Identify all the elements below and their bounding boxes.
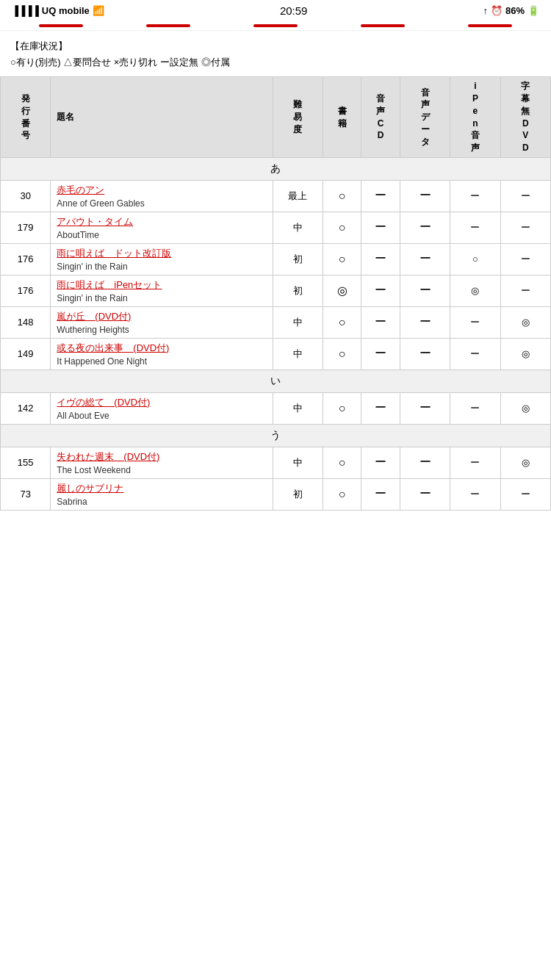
- cell-ipen: ー: [450, 338, 500, 370]
- cell-title[interactable]: アバウト・タイムAboutTime: [51, 212, 273, 243]
- cell-diff: 中: [273, 447, 323, 478]
- cell-cd: ー: [361, 306, 400, 338]
- table-row: 179アバウト・タイムAboutTime中○ーーーー: [1, 212, 551, 243]
- cell-num: 73: [1, 478, 51, 510]
- table-row: 30赤毛のアンAnne of Green Gables最上○ーーーー: [1, 180, 551, 212]
- table-row: 142イヴの総て (DVD付)All About Eve中○ーーー◎: [1, 392, 551, 424]
- table-row: 176雨に唄えば iPenセットSingin' in the Rain初◎ーー◎…: [1, 275, 551, 306]
- cell-ipen: ー: [450, 306, 500, 338]
- cell-book: ◎: [323, 275, 361, 306]
- cell-book: ○: [323, 338, 361, 370]
- info-title: 【在庫状況】: [10, 38, 541, 54]
- title-link-jp[interactable]: 雨に唄えば ドット改訂版: [57, 247, 270, 260]
- cell-num: 148: [1, 306, 51, 338]
- header-book: 書籍: [323, 77, 361, 158]
- alarm-icon: ⏰: [491, 5, 503, 16]
- cell-data: ー: [400, 392, 450, 424]
- cell-ipen: ー: [450, 478, 500, 510]
- cell-title[interactable]: 或る夜の出来事 (DVD付)It Happened One Night: [51, 338, 273, 370]
- cell-diff: 中: [273, 212, 323, 243]
- nav-dot-4[interactable]: [361, 24, 405, 27]
- title-link-jp[interactable]: アバウト・タイム: [57, 215, 270, 228]
- cell-dvd: ー: [500, 275, 550, 306]
- status-right: ↑ ⏰ 86% 🔋: [483, 5, 539, 16]
- header-dvd: 字幕無DVD: [500, 77, 550, 158]
- title-en: Singin' in the Rain: [57, 293, 270, 303]
- cell-title[interactable]: 雨に唄えば iPenセットSingin' in the Rain: [51, 275, 273, 306]
- carrier-label: UQ mobile: [42, 5, 90, 16]
- battery-label: 86%: [505, 5, 525, 16]
- cell-num: 176: [1, 275, 51, 306]
- status-left: ▐▐▐▐ UQ mobile 📶: [12, 5, 104, 16]
- title-link-jp[interactable]: 雨に唄えば iPenセット: [57, 278, 270, 292]
- cell-book: ○: [323, 478, 361, 510]
- cell-diff: 中: [273, 392, 323, 424]
- nav-dot-3[interactable]: [253, 24, 298, 27]
- cell-dvd: ー: [500, 212, 550, 243]
- cell-cd: ー: [361, 212, 400, 243]
- location-icon: ↑: [483, 5, 488, 16]
- cell-book: ○: [323, 243, 361, 275]
- cell-data: ー: [400, 212, 450, 243]
- header-data: 音声データ: [400, 77, 450, 158]
- cell-title[interactable]: 麗しのサブリナSabrina: [51, 478, 273, 510]
- cell-diff: 初: [273, 243, 323, 275]
- cell-data: ー: [400, 275, 450, 306]
- title-link-jp[interactable]: イヴの総て (DVD付): [57, 396, 270, 409]
- cell-ipen: ー: [450, 392, 500, 424]
- cell-num: 30: [1, 180, 51, 212]
- cell-diff: 中: [273, 338, 323, 370]
- nav-dot-5[interactable]: [468, 24, 512, 27]
- cell-dvd: ◎: [500, 447, 550, 478]
- cell-dvd: ◎: [500, 338, 550, 370]
- title-en: AboutTime: [57, 230, 270, 240]
- cell-cd: ー: [361, 392, 400, 424]
- title-link-jp[interactable]: 麗しのサブリナ: [57, 482, 270, 495]
- cell-book: ○: [323, 306, 361, 338]
- title-link-jp[interactable]: 失われた週末 (DVD付): [57, 450, 270, 464]
- cell-cd: ー: [361, 478, 400, 510]
- cell-data: ー: [400, 243, 450, 275]
- cell-cd: ー: [361, 447, 400, 478]
- cell-cd: ー: [361, 275, 400, 306]
- cell-cd: ー: [361, 180, 400, 212]
- table-row: 155失われた週末 (DVD付)The Lost Weekend中○ーーー◎: [1, 447, 551, 478]
- clock: 20:59: [280, 4, 308, 17]
- nav-dot-1[interactable]: [39, 24, 83, 27]
- header-cd: 音声CD: [361, 77, 400, 158]
- cell-data: ー: [400, 180, 450, 212]
- title-en: It Happened One Night: [57, 356, 270, 367]
- cell-num: 142: [1, 392, 51, 424]
- cell-ipen: ー: [450, 212, 500, 243]
- cell-data: ー: [400, 306, 450, 338]
- cell-cd: ー: [361, 243, 400, 275]
- title-en: Anne of Green Gables: [57, 198, 270, 209]
- cell-num: 179: [1, 212, 51, 243]
- section-header: あ: [1, 157, 551, 180]
- section-header: う: [1, 424, 551, 447]
- signal-icon: ▐▐▐▐: [12, 5, 39, 16]
- cell-book: ○: [323, 392, 361, 424]
- cell-book: ○: [323, 447, 361, 478]
- cell-diff: 中: [273, 306, 323, 338]
- cell-dvd: ー: [500, 243, 550, 275]
- title-link-jp[interactable]: 或る夜の出来事 (DVD付): [57, 342, 270, 355]
- cell-title[interactable]: 失われた週末 (DVD付)The Lost Weekend: [51, 447, 273, 478]
- cell-title[interactable]: 雨に唄えば ドット改訂版Singin' in the Rain: [51, 243, 273, 275]
- title-link-jp[interactable]: 赤毛のアン: [57, 184, 270, 197]
- cell-cd: ー: [361, 338, 400, 370]
- title-link-jp[interactable]: 嵐が丘 (DVD付): [57, 310, 270, 323]
- cell-title[interactable]: 嵐が丘 (DVD付)Wuthering Heights: [51, 306, 273, 338]
- cell-ipen: ー: [450, 447, 500, 478]
- cell-dvd: ◎: [500, 392, 550, 424]
- catalog-table: 発行番号 題名 難易度 書籍 音声CD 音声データ iPen音声 字幕無DVD …: [0, 76, 551, 511]
- title-en: Wuthering Heights: [57, 325, 270, 335]
- nav-dot-2[interactable]: [146, 24, 190, 27]
- title-en: Sabrina: [57, 497, 270, 507]
- cell-book: ○: [323, 180, 361, 212]
- cell-title[interactable]: イヴの総て (DVD付)All About Eve: [51, 392, 273, 424]
- header-title: 題名: [51, 77, 273, 158]
- battery-icon: 🔋: [527, 5, 539, 16]
- info-legend: ○有り(別売) △要問合せ ×売り切れ ー設定無 ◎付属: [10, 54, 541, 71]
- cell-title[interactable]: 赤毛のアンAnne of Green Gables: [51, 180, 273, 212]
